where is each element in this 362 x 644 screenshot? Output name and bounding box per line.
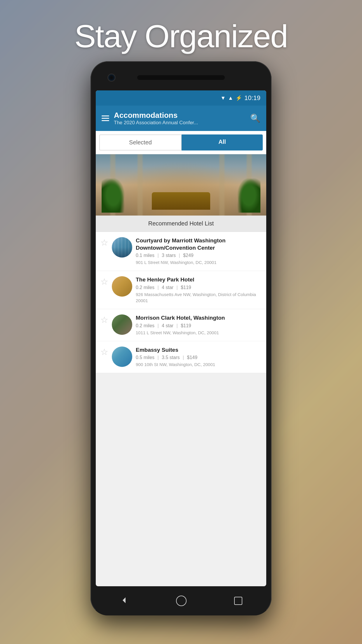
phone-speaker [137,75,225,80]
separator: | [177,323,178,328]
hotel-item[interactable]: ☆ Morrison Clark Hotel, Washington 0.2 m… [96,309,266,341]
hero-lobby [96,154,266,216]
hotel-price-2: $119 [181,285,191,290]
header-left: Accommodations The 2020 Association Annu… [102,111,198,126]
hotel-stars-3: 4 star [162,323,173,328]
tab-selected[interactable]: Selected [99,134,182,150]
hotel-address-4: 900 10th St NW, Washington, DC, 20001 [136,361,262,368]
hotel-item[interactable]: ☆ The Henley Park Hotel 0.2 miles | 4 st… [96,271,266,309]
hotel-info-4: Embassy Suites 0.5 miles | 3.5 stars | $… [136,346,262,368]
favorite-star-1[interactable]: ☆ [100,238,108,247]
separator: | [183,355,184,360]
status-time: 10:19 [244,94,260,102]
hotel-meta-4: 0.5 miles | 3.5 stars | $149 [136,355,262,360]
hotel-distance-2: 0.2 miles [136,285,154,290]
nav-home-button[interactable] [176,596,187,606]
menu-icon[interactable] [102,116,109,121]
status-bar: ▼ ▲ ⚡ 10:19 [96,90,266,106]
header-title: Accommodations [114,111,198,120]
hotel-price-3: $119 [181,323,191,328]
hotel-meta-3: 0.2 miles | 4 star | $119 [136,323,262,328]
hero-image [96,154,266,216]
menu-line-2 [102,118,109,119]
favorite-star-4[interactable]: ☆ [100,348,108,356]
status-icons: ▼ ▲ ⚡ 10:19 [220,94,260,102]
wifi-icon: ▼ [220,95,226,101]
hotel-meta-2: 0.2 miles | 4 star | $119 [136,285,262,290]
hotel-stars-2: 4 star [162,285,173,290]
tab-all[interactable]: All [182,134,263,150]
nav-recents-button[interactable] [234,597,242,605]
hotel-list: ☆ Courtyard by Marriott Washington Downt… [96,232,266,373]
hotel-thumbnail-1 [112,237,132,258]
separator: | [157,355,159,360]
tab-bar: Selected All [96,131,266,154]
hotel-thumbnail-3 [112,314,132,335]
search-icon[interactable]: 🔍 [250,113,260,123]
hotel-address-3: 1011 L Street NW, Washington, DC, 20001 [136,330,262,336]
lobby-desk [152,192,210,210]
hotel-name-1: Courtyard by Marriott Washington Downtow… [136,237,262,251]
hotel-meta-1: 0.1 miles | 3 stars | $249 [136,253,262,258]
hotel-price-4: $149 [187,355,198,360]
favorite-star-3[interactable]: ☆ [100,316,108,324]
separator: | [157,285,159,290]
header-title-block: Accommodations The 2020 Association Annu… [114,111,198,126]
hotel-thumbnail-2 [112,276,132,297]
lobby-plants-right [237,178,260,213]
signal-icon: ▲ [228,95,233,101]
hotel-address-1: 901 L Street NW, Washington, DC, 20001 [136,259,262,265]
hotel-info-3: Morrison Clark Hotel, Washington 0.2 mil… [136,314,262,336]
separator: | [157,323,159,328]
phone-bottom-nav [96,586,266,615]
svg-marker-0 [123,597,126,603]
hotel-distance-4: 0.5 miles [136,355,154,360]
hotel-address-2: 926 Massachusetts Ave NW, Washington, Di… [136,291,262,304]
hotel-price-1: $249 [183,253,194,258]
header-subtitle: The 2020 Association Annual Confer... [114,120,198,126]
separator: | [157,253,159,258]
hotel-item[interactable]: ☆ Embassy Suites 0.5 miles | 3.5 stars |… [96,341,266,373]
menu-line-3 [102,120,109,121]
hotel-item[interactable]: ☆ Courtyard by Marriott Washington Downt… [96,232,266,271]
hotel-name-3: Morrison Clark Hotel, Washington [136,314,262,322]
phone-frame: ▼ ▲ ⚡ 10:19 Accommodations [90,61,272,615]
hotel-stars-4: 3.5 stars [162,355,180,360]
hotel-stars-1: 3 stars [162,253,176,258]
section-header: Recommended Hotel List [96,216,266,232]
hotel-distance-1: 0.1 miles [136,253,154,258]
separator: | [177,285,178,290]
lobby-plants-left [102,178,125,213]
app-header: Accommodations The 2020 Association Annu… [96,106,266,131]
page-title: Stay Organized [0,18,362,55]
phone-screen: ▼ ▲ ⚡ 10:19 Accommodations [96,90,266,586]
hotel-info-2: The Henley Park Hotel 0.2 miles | 4 star… [136,276,262,304]
hotel-thumbnail-4 [112,346,132,367]
hotel-distance-3: 0.2 miles [136,323,154,328]
menu-line-1 [102,116,109,116]
hotel-name-4: Embassy Suites [136,346,262,354]
separator: | [179,253,180,258]
favorite-star-2[interactable]: ☆ [100,277,108,286]
hotel-info-1: Courtyard by Marriott Washington Downtow… [136,237,262,265]
nav-back-button[interactable] [120,596,128,606]
battery-icon: ⚡ [236,95,242,101]
hotel-name-2: The Henley Park Hotel [136,276,262,284]
phone-camera [107,74,116,82]
